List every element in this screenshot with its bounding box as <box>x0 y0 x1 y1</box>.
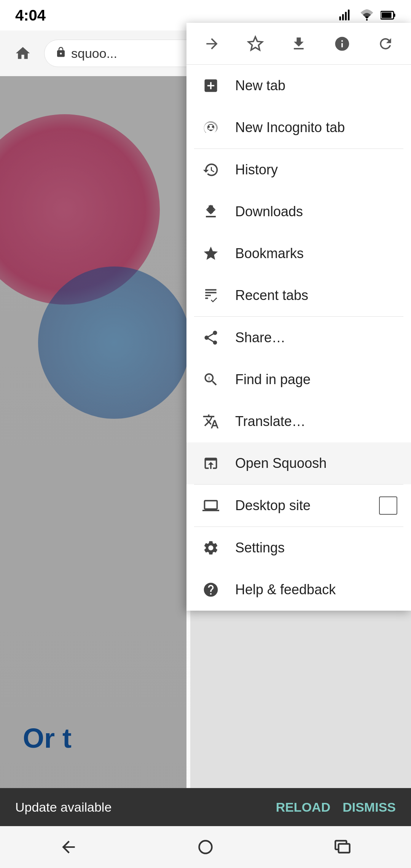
menu-item-bookmarks[interactable]: Bookmarks <box>186 233 411 274</box>
download-button[interactable] <box>282 27 316 61</box>
share-icon <box>200 327 221 348</box>
svg-point-10 <box>199 841 212 853</box>
desktop-icon <box>200 495 221 516</box>
info-button[interactable] <box>325 27 359 61</box>
open-squoosh-icon <box>200 453 221 474</box>
update-text: Update available <box>15 800 112 815</box>
recent-tabs-icon <box>200 285 221 306</box>
recent-tabs-label: Recent tabs <box>235 287 397 303</box>
menu-item-desktop-site[interactable]: Desktop site <box>186 485 411 527</box>
svg-rect-2 <box>345 12 347 21</box>
menu-item-translate[interactable]: Translate… <box>186 400 411 442</box>
refresh-button[interactable] <box>368 27 403 61</box>
history-label: History <box>235 162 397 178</box>
menu-item-new-tab[interactable]: New tab <box>186 65 411 107</box>
menu-item-downloads[interactable]: Downloads <box>186 191 411 233</box>
incognito-label: New Incognito tab <box>235 120 397 136</box>
history-icon <box>200 159 221 180</box>
wifi-icon <box>359 8 374 23</box>
status-time: 4:04 <box>15 7 46 24</box>
svg-point-9 <box>212 126 214 128</box>
help-icon <box>200 579 221 600</box>
translate-label: Translate… <box>235 413 397 429</box>
menu-item-new-incognito-tab[interactable]: New Incognito tab <box>186 107 411 148</box>
svg-rect-12 <box>339 844 350 853</box>
settings-label: Settings <box>235 540 397 556</box>
downloads-label: Downloads <box>235 204 397 220</box>
desktop-site-checkbox[interactable] <box>379 496 397 515</box>
find-icon <box>200 369 221 390</box>
home-nav-button[interactable] <box>186 828 225 866</box>
forward-button[interactable] <box>195 27 229 61</box>
update-actions: RELOAD DISMISS <box>276 800 396 815</box>
update-banner: Update available RELOAD DISMISS <box>0 788 411 826</box>
back-nav-button[interactable] <box>49 828 88 866</box>
context-menu: New tab New Incognito tab <box>186 23 411 611</box>
battery-icon <box>381 8 396 23</box>
menu-item-history[interactable]: History <box>186 149 411 191</box>
help-feedback-label: Help & feedback <box>235 582 397 598</box>
downloads-icon <box>200 201 221 222</box>
new-tab-label: New tab <box>235 78 397 94</box>
menu-items-container: New tab New Incognito tab <box>186 65 411 611</box>
svg-point-4 <box>366 19 368 21</box>
menu-item-recent-tabs[interactable]: Recent tabs <box>186 274 411 316</box>
navigation-bar <box>0 826 411 868</box>
svg-rect-1 <box>342 14 344 21</box>
dismiss-button[interactable]: DISMISS <box>342 800 396 815</box>
bookmarks-icon <box>200 243 221 264</box>
svg-point-8 <box>208 126 210 128</box>
desktop-site-label: Desktop site <box>235 498 365 514</box>
menu-item-help-feedback[interactable]: Help & feedback <box>186 569 411 611</box>
open-squoosh-label: Open Squoosh <box>235 455 397 471</box>
menu-item-share[interactable]: Share… <box>186 317 411 359</box>
svg-rect-6 <box>393 14 395 17</box>
settings-icon <box>200 537 221 558</box>
recents-nav-button[interactable] <box>323 828 362 866</box>
find-in-page-label: Find in page <box>235 372 397 388</box>
lock-icon <box>55 46 67 61</box>
menu-toolbar <box>186 23 411 65</box>
svg-rect-3 <box>348 10 350 21</box>
home-button[interactable] <box>8 38 38 69</box>
svg-rect-0 <box>339 16 341 21</box>
new-tab-icon <box>200 75 221 96</box>
menu-item-find-in-page[interactable]: Find in page <box>186 359 411 400</box>
translate-icon <box>200 411 221 432</box>
menu-item-settings[interactable]: Settings <box>186 527 411 569</box>
bookmarks-label: Bookmarks <box>235 246 397 262</box>
dim-overlay <box>0 76 186 868</box>
share-label: Share… <box>235 330 397 346</box>
menu-item-open-squoosh[interactable]: Open Squoosh <box>186 442 411 484</box>
bookmark-star-button[interactable] <box>238 27 272 61</box>
svg-rect-7 <box>382 13 392 18</box>
reload-button[interactable]: RELOAD <box>276 800 331 815</box>
incognito-icon <box>200 117 221 138</box>
signal-icon <box>338 8 353 23</box>
status-icons <box>338 8 396 23</box>
